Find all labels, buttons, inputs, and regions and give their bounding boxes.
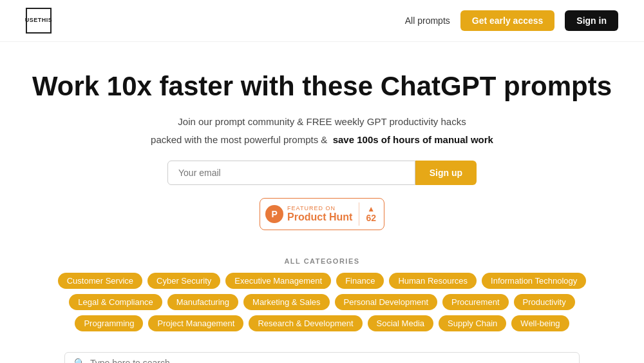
product-hunt-badge[interactable]: P FEATURED ON Product Hunt ▲ 62: [260, 198, 384, 230]
ph-icon: P: [265, 205, 283, 223]
signup-button[interactable]: Sign up: [415, 161, 477, 185]
category-tag[interactable]: Social Media: [368, 315, 433, 331]
logo-text2: THIS: [38, 17, 53, 24]
category-tag[interactable]: Customer Service: [58, 273, 142, 289]
category-tag[interactable]: Procurement: [442, 294, 508, 310]
ph-divider: [359, 202, 359, 226]
nav-right: All prompts Get early access Sign in: [405, 10, 618, 31]
category-tag[interactable]: Information Technology: [482, 273, 586, 289]
search-section: 🔍: [0, 342, 644, 363]
ph-left: P FEATURED ON Product Hunt: [265, 205, 352, 223]
hero-subtitle-bold: packed with the most powerful prompts &: [151, 134, 327, 145]
category-tag[interactable]: Supply Chain: [439, 315, 506, 331]
category-tag[interactable]: Productivity: [514, 294, 575, 310]
logo: USE THIS: [26, 8, 52, 34]
category-tag[interactable]: Project Management: [148, 315, 243, 331]
email-input[interactable]: [167, 161, 415, 185]
ph-vote-count: 62: [366, 213, 376, 223]
logo-text: USE: [25, 17, 38, 24]
category-tag[interactable]: Marketing & Sales: [243, 294, 330, 310]
ph-arrow-icon: ▲: [367, 205, 375, 213]
categories-section: ALL CATEGORIES Customer ServiceCyber Sec…: [0, 257, 644, 342]
category-tag[interactable]: Cyber Security: [147, 273, 220, 289]
categories-label: ALL CATEGORIES: [39, 257, 605, 265]
signin-button[interactable]: Sign in: [565, 10, 618, 31]
email-form: Sign up: [167, 161, 477, 185]
hero-title: Work 10x faster with these ChatGPT promp…: [13, 70, 631, 103]
hero-subtitle-1: Join our prompt community & FREE weekly …: [13, 114, 631, 130]
category-tag[interactable]: Well-being: [511, 315, 569, 331]
ph-featured-label: FEATURED ON: [287, 205, 336, 211]
ph-letter: P: [271, 209, 277, 219]
category-tag[interactable]: Manufacturing: [167, 294, 238, 310]
ph-text: FEATURED ON Product Hunt: [287, 205, 352, 223]
search-input[interactable]: [90, 358, 570, 363]
hero-section: Work 10x faster with these ChatGPT promp…: [0, 42, 644, 257]
early-access-button[interactable]: Get early access: [460, 10, 555, 31]
search-bar: 🔍: [64, 352, 580, 363]
hero-subtitle-2: packed with the most powerful prompts & …: [13, 132, 631, 148]
tags-container: Customer ServiceCyber SecurityExecutive …: [39, 273, 605, 331]
ph-upvote: ▲ 62: [366, 205, 376, 223]
navbar: USE THIS All prompts Get early access Si…: [0, 0, 644, 42]
category-tag[interactable]: Executive Management: [225, 273, 331, 289]
category-tag[interactable]: Finance: [336, 273, 384, 289]
category-tag[interactable]: Legal & Compliance: [69, 294, 162, 310]
category-tag[interactable]: Personal Development: [335, 294, 438, 310]
category-tag[interactable]: Programming: [75, 315, 143, 331]
hero-subtitle-strong: save 100s of hours of manual work: [333, 134, 493, 145]
all-prompts-link[interactable]: All prompts: [405, 15, 450, 26]
category-tag[interactable]: Research & Development: [249, 315, 362, 331]
search-icon: 🔍: [74, 358, 85, 363]
ph-name: Product Hunt: [287, 211, 352, 223]
category-tag[interactable]: Human Resources: [389, 273, 477, 289]
